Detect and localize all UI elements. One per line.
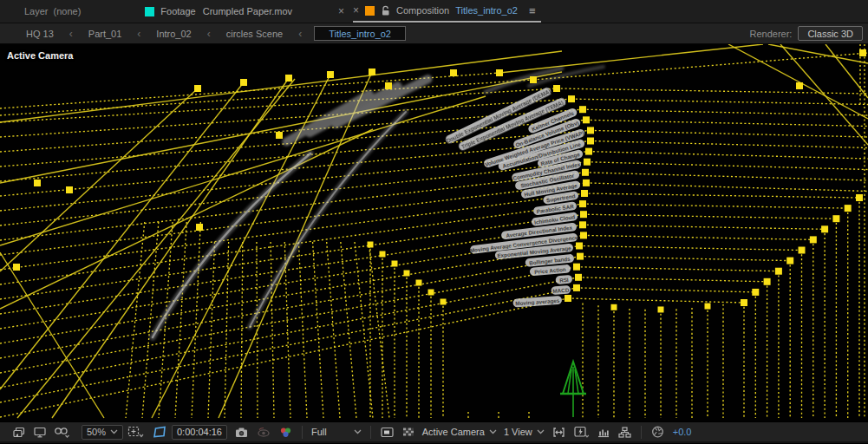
breadcrumb-item[interactable]: HQ 13 [26, 29, 54, 39]
layer-handle[interactable] [786, 258, 793, 264]
layer-handle[interactable] [583, 180, 590, 186]
layer-handle[interactable] [580, 211, 587, 218]
layer-handle[interactable] [856, 194, 863, 201]
layer-handle[interactable] [832, 215, 839, 222]
layer-handle[interactable] [13, 264, 20, 271]
close-tab-icon[interactable]: × [338, 5, 344, 17]
layer-handle[interactable] [584, 159, 591, 166]
layer-handle[interactable] [392, 261, 398, 267]
layer-handle[interactable] [573, 284, 580, 291]
close-tab-icon[interactable]: × [353, 4, 359, 16]
tab-footage[interactable]: Footage Crumpled Paper.mov × [145, 0, 344, 23]
magnification-dropdown[interactable]: 50% [82, 425, 123, 440]
breadcrumb-item[interactable]: Intro_02 [156, 29, 191, 39]
layer-handle[interactable] [796, 82, 803, 89]
layer-handle[interactable] [580, 232, 587, 238]
layer-handle[interactable] [66, 186, 73, 193]
layer-handle[interactable] [752, 289, 759, 296]
resolution-dropdown[interactable]: Full [311, 427, 362, 437]
reset-exposure-icon[interactable] [650, 425, 665, 439]
breadcrumb-item[interactable]: circles Scene [226, 29, 283, 39]
primary-viewer-icon[interactable] [33, 426, 47, 439]
layer-handle[interactable] [385, 82, 392, 89]
layer-handle[interactable] [764, 278, 771, 285]
pixel-aspect-correction-icon[interactable] [551, 426, 566, 439]
transparency-grid-icon[interactable] [401, 426, 415, 439]
layer-handle[interactable] [196, 224, 203, 231]
view-layout-dropdown[interactable]: 1 View [504, 427, 545, 437]
current-time-field[interactable]: 0:00:04:16 [172, 425, 227, 440]
adjust-exposure-value[interactable]: +0.0 [673, 427, 692, 437]
layer-handle[interactable] [416, 280, 422, 286]
breadcrumb-current[interactable]: Titles_intro_o2 [314, 26, 406, 41]
layer-handle[interactable] [576, 243, 583, 250]
layer-handle[interactable] [327, 71, 334, 78]
stereo-goggles-icon[interactable] [54, 425, 71, 439]
channel-rgb-icon[interactable] [278, 426, 293, 439]
panel-menu-icon[interactable]: ≡ [529, 4, 536, 17]
layer-handle[interactable] [285, 75, 292, 82]
layer-handle[interactable] [577, 253, 584, 260]
wireframe-scene[interactable]: Double Exponential Moving Average (DEMA)… [0, 44, 868, 421]
layer-handle[interactable] [775, 268, 782, 275]
layer-handle[interactable] [573, 264, 580, 271]
layer-handle[interactable] [741, 299, 747, 306]
layer-handle[interactable] [565, 295, 571, 302]
layer-handle[interactable] [611, 304, 617, 310]
layer-handle[interactable] [581, 190, 588, 197]
snapshot-camera-icon[interactable] [234, 426, 249, 439]
layer-handle[interactable] [240, 79, 247, 86]
layer-label-pill[interactable]: RSI [555, 275, 572, 284]
chevron-left-icon: ‹ [69, 28, 73, 40]
timeline-icon[interactable] [597, 426, 610, 439]
layer-handle[interactable] [658, 306, 664, 312]
layer-handle[interactable] [568, 95, 575, 102]
region-of-interest-icon[interactable] [380, 426, 395, 439]
viewport-canvas[interactable]: Double Exponential Moving Average (DEMA)… [0, 44, 868, 421]
layer-handle[interactable] [859, 49, 866, 56]
layer-handle[interactable] [369, 69, 375, 75]
layer-handle[interactable] [810, 236, 817, 243]
layer-handle[interactable] [496, 69, 503, 76]
layer-handle[interactable] [34, 180, 41, 186]
layer-handle[interactable] [587, 138, 594, 145]
layer-handle[interactable] [579, 106, 586, 113]
flowchart-icon[interactable] [617, 426, 632, 439]
layer-handle[interactable] [583, 116, 590, 123]
layer-handle[interactable] [582, 169, 589, 176]
chevron-left-icon: ‹ [298, 28, 302, 40]
layer-handle[interactable] [579, 200, 586, 207]
layer-handle[interactable] [380, 251, 386, 258]
layer-handle[interactable] [579, 221, 586, 228]
grid-guides-icon[interactable] [127, 425, 146, 439]
breadcrumb-item[interactable]: Part_01 [88, 29, 122, 39]
renderer-button[interactable]: Classic 3D [798, 26, 863, 41]
layer-label-pill[interactable]: MACD [551, 285, 571, 295]
layer-handle[interactable] [553, 85, 560, 92]
tab-layer[interactable]: Layer (none) [24, 0, 81, 23]
layer-handle[interactable] [585, 148, 592, 155]
layer-handle[interactable] [845, 205, 852, 212]
tab-composition-active[interactable]: × Composition Titles_intro_o2 ≡ [353, 0, 541, 23]
unlock-icon[interactable] [381, 5, 390, 16]
layer-handle[interactable] [441, 299, 447, 305]
layer-handle[interactable] [428, 290, 434, 296]
layer-handle[interactable] [530, 76, 537, 83]
layer-handle[interactable] [450, 69, 457, 76]
layer-handle[interactable] [799, 247, 806, 254]
layer-handle[interactable] [368, 242, 374, 248]
fast-previews-icon[interactable] [573, 425, 590, 439]
layer-handle[interactable] [821, 225, 828, 232]
layer-label-pill[interactable]: Moving averages [512, 296, 562, 308]
layer-handle[interactable] [404, 271, 410, 277]
show-snapshot-eye-icon[interactable] [256, 426, 271, 439]
layer-handle[interactable] [575, 274, 582, 281]
layer-handle[interactable] [587, 127, 594, 134]
layer-handle[interactable] [705, 304, 711, 310]
3d-view-dropdown[interactable]: Active Camera [422, 427, 497, 437]
mask-visibility-icon[interactable] [153, 425, 168, 439]
always-preview-icon[interactable] [12, 426, 26, 439]
layer-handle[interactable] [194, 85, 201, 92]
layer-handle[interactable] [276, 132, 283, 139]
composition-viewport[interactable]: Active Camera Double Exponential Moving … [0, 44, 868, 421]
